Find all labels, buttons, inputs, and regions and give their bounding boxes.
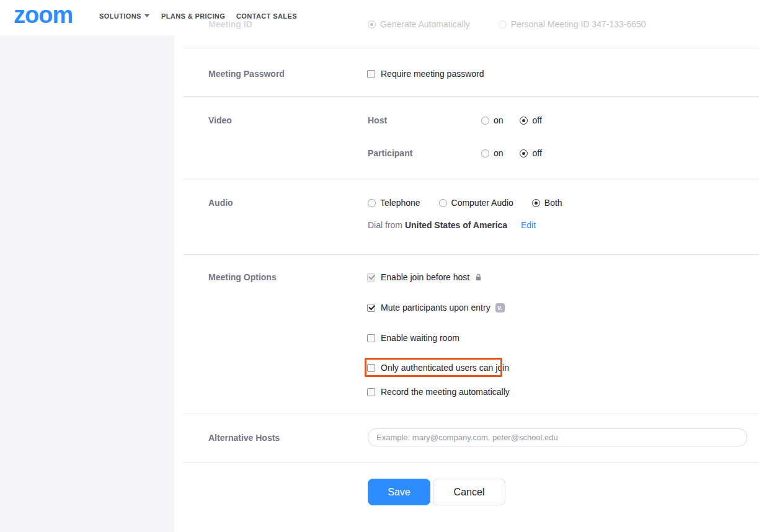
record-automatically-checkbox[interactable]: Record the meeting automatically: [367, 387, 510, 397]
checkbox-icon: [367, 70, 375, 78]
radio-computer-audio[interactable]: Computer Audio: [439, 198, 513, 208]
divider: [183, 179, 759, 179]
radio-generate-automatically[interactable]: Generate Automatically: [368, 19, 470, 29]
schedule-meeting-page: zoom SOLUTIONS PLANS & PRICING CONTACT S…: [0, 0, 759, 532]
checkbox-icon: [367, 334, 375, 342]
alternative-hosts-input[interactable]: [368, 428, 747, 446]
radio-icon: [520, 117, 528, 125]
enable-waiting-room-checkbox[interactable]: Enable waiting room: [367, 333, 459, 343]
enable-join-before-host-checkbox[interactable]: Enable join before host: [367, 272, 481, 282]
meeting-id-radios: Generate Automatically Personal Meeting …: [368, 19, 646, 30]
radio-participant-off[interactable]: off: [520, 148, 541, 158]
radio-icon: [499, 20, 507, 29]
nav-solutions-label: SOLUTIONS: [99, 12, 141, 20]
radio-icon: [439, 199, 447, 207]
cancel-button[interactable]: Cancel: [433, 479, 505, 505]
radio-icon: [481, 149, 489, 157]
video-participant-radios: on off: [481, 148, 542, 159]
divider: [183, 414, 759, 414]
video-host-radios: on off: [481, 115, 542, 126]
edit-dial-from-link[interactable]: Edit: [521, 220, 536, 230]
dial-from-line: Dial from United States of America Edit: [368, 220, 536, 230]
video-label: Video: [208, 115, 232, 125]
radio-personal-meeting-id[interactable]: Personal Meeting ID 347-133-6650: [499, 19, 646, 29]
meeting-id-label: Meeting ID: [208, 19, 252, 29]
mute-participants-checkbox[interactable]: Mute participants upon entry: [367, 303, 505, 313]
zoom-logo[interactable]: zoom: [14, 2, 73, 27]
meeting-options-label: Meeting Options: [208, 272, 277, 282]
video-participant-label: Participant: [368, 148, 412, 158]
checkbox-icon: [367, 364, 375, 372]
require-password-checkbox[interactable]: Require meeting password: [367, 69, 484, 79]
chevron-down-icon: [144, 14, 149, 17]
divider: [183, 48, 759, 48]
audio-label: Audio: [208, 198, 233, 208]
dial-from-prefix: Dial from: [368, 220, 402, 230]
lock-icon: [476, 274, 481, 281]
meeting-password-label: Meeting Password: [208, 69, 285, 79]
only-authenticated-users-checkbox[interactable]: Only authenticated users can join: [367, 363, 509, 373]
checkbox-icon: [367, 304, 375, 312]
version-badge-icon: [495, 303, 505, 313]
radio-icon: [532, 199, 540, 207]
radio-both[interactable]: Both: [532, 198, 562, 208]
radio-icon: [520, 149, 528, 157]
radio-icon: [368, 20, 376, 29]
radio-participant-on[interactable]: on: [481, 148, 504, 158]
left-sidebar: [0, 35, 174, 532]
divider: [183, 462, 759, 463]
alternative-hosts-label: Alternative Hosts: [208, 433, 280, 443]
dial-from-country-name: United States of America: [405, 220, 507, 230]
video-host-label: Host: [368, 115, 387, 125]
radio-icon: [368, 199, 376, 207]
radio-host-on[interactable]: on: [481, 115, 504, 125]
nav-solutions[interactable]: SOLUTIONS: [99, 12, 149, 20]
divider: [183, 254, 759, 255]
checkbox-icon: [367, 273, 375, 282]
radio-telephone[interactable]: Telephone: [368, 198, 420, 208]
audio-radios: Telephone Computer Audio Both: [368, 198, 562, 209]
save-button[interactable]: Save: [368, 479, 430, 505]
radio-host-off[interactable]: off: [520, 115, 541, 125]
divider: [183, 96, 759, 97]
checkbox-icon: [367, 388, 375, 396]
radio-icon: [481, 117, 489, 125]
